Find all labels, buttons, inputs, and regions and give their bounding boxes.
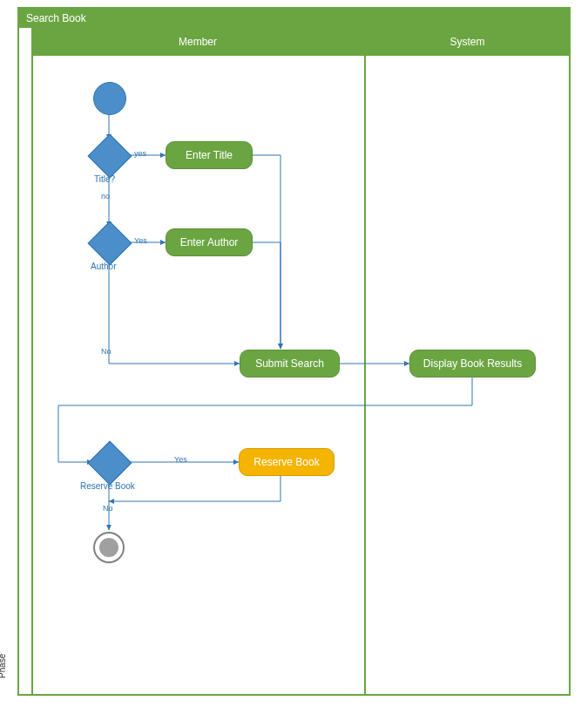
decision-title	[88, 134, 132, 179]
decision-reserve	[88, 441, 132, 486]
edge-label-author-yes: Yes	[134, 236, 147, 245]
start-node	[93, 82, 126, 115]
lane-header-member: Member	[33, 28, 364, 56]
action-enter-author: Enter Author	[166, 228, 253, 256]
decision-reserve-label: Reserve Book	[80, 481, 135, 491]
action-enter-author-text: Enter Author	[180, 236, 239, 248]
swimlane-frame: Search Book Phase Member System	[17, 7, 571, 696]
action-reserve-book-text: Reserve Book	[253, 456, 319, 468]
action-submit-search: Submit Search	[240, 350, 340, 378]
edge-label-title-no: no	[101, 192, 110, 201]
decision-author-label: Author	[91, 262, 116, 271]
edge-label-title-yes: yes	[134, 149, 146, 158]
action-display-results-text: Display Book Results	[423, 357, 522, 370]
edge-label-author-no: No	[101, 347, 112, 356]
action-enter-title-text: Enter Title	[186, 149, 233, 161]
end-node-inner	[99, 538, 118, 557]
action-reserve-book: Reserve Book	[239, 448, 335, 476]
diagram-title: Search Book	[19, 9, 569, 28]
decision-author	[88, 221, 132, 266]
title-text: Search Book	[26, 12, 86, 24]
edge-label-reserve-no: No	[103, 504, 113, 513]
edge-label-reserve-yes: Yes	[174, 455, 187, 464]
lane-header-member-text: Member	[179, 36, 217, 48]
phase-label: Phase	[0, 654, 7, 678]
action-enter-title: Enter Title	[166, 141, 253, 169]
end-node	[93, 532, 125, 563]
phase-column: Phase	[19, 28, 33, 694]
action-submit-search-text: Submit Search	[255, 357, 324, 370]
decision-title-label: Title?	[94, 174, 115, 184]
action-display-results: Display Book Results	[409, 350, 536, 378]
lane-header-system: System	[364, 28, 569, 56]
diagram-canvas: Search Book Phase Member System	[0, 0, 588, 721]
lane-header-system-text: System	[449, 36, 484, 48]
lane-headers: Member System	[33, 28, 569, 56]
lane-divider	[364, 56, 366, 694]
